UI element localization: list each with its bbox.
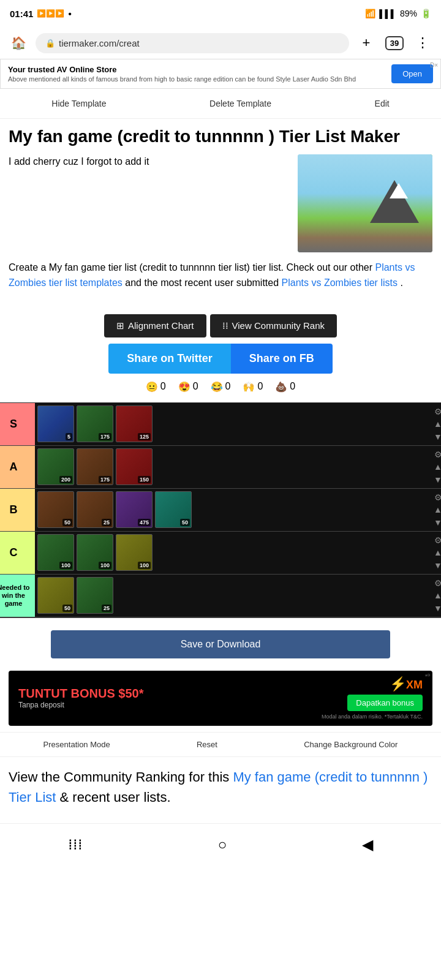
ad2-title: TUNTUT BONUS $50* — [18, 687, 144, 701]
tier-up-button[interactable]: ▲ — [434, 462, 441, 471]
tier-b-items: 50 25 475 50 — [35, 489, 427, 531]
tier-item[interactable]: 50 — [155, 491, 192, 528]
community-section: View the Community Ranking for this My f… — [0, 757, 441, 817]
tier-settings-button[interactable]: ⚙ — [434, 450, 442, 459]
hide-template-button[interactable]: Hide Template — [44, 95, 113, 112]
ad2-subtitle: Tanpa deposit — [18, 701, 144, 709]
tier-a-controls: ⚙ ▲ ▼ — [427, 446, 441, 488]
link-plants-zombies-lists[interactable]: Plants vs Zombies tier lists — [282, 277, 398, 288]
tier-up-button[interactable]: ▲ — [434, 591, 441, 600]
tier-item[interactable]: 100 — [77, 534, 113, 571]
tier-down-button[interactable]: ▼ — [434, 475, 441, 484]
tier-settings-button[interactable]: ⚙ — [434, 536, 442, 545]
tier-item[interactable]: 50 — [37, 577, 74, 614]
url-bar[interactable]: 🔒 tiermaker.com/creat — [36, 33, 349, 53]
tier-down-button[interactable]: ▼ — [434, 604, 441, 612]
reaction-laugh[interactable]: 😂 0 — [211, 381, 231, 393]
tier-settings-button[interactable]: ⚙ — [434, 407, 442, 416]
tier-item[interactable]: 25 — [77, 491, 113, 528]
template-actions: Hide Template Delete Template Edit — [0, 89, 441, 119]
ad-description: Above mentioned all kinds of famous bran… — [8, 75, 385, 83]
tier-item[interactable]: 175 — [77, 448, 113, 485]
nav-home-button[interactable]: ○ — [213, 831, 232, 858]
tier-label-s: S — [0, 403, 35, 445]
grid-icon: ⊞ — [116, 320, 124, 331]
save-section: Save or Download — [0, 618, 441, 671]
tier-item[interactable]: 50 — [37, 491, 74, 528]
tier-label-a: A — [0, 446, 35, 488]
nav-back-button[interactable]: ◀ — [357, 831, 378, 858]
tier-up-button[interactable]: ▲ — [434, 548, 441, 557]
lock-icon: 🔒 — [45, 39, 55, 48]
ad-open-button[interactable]: Open — [391, 64, 433, 83]
presentation-mode-button[interactable]: Presentation Mode — [43, 740, 110, 749]
action-buttons-section: ⊞ Alignment Chart ⁞⁞ View Community Rank… — [0, 314, 441, 393]
yt-icon: ▶️▶️▶️ — [37, 9, 64, 18]
nav-menu-button[interactable]: ⁞⁞⁞ — [63, 831, 88, 858]
reset-button[interactable]: Reset — [197, 740, 217, 749]
menu-button[interactable]: ⋮ — [412, 32, 434, 54]
tier-label-needed: Needed to win the game — [0, 575, 35, 617]
reaction-neutral[interactable]: 😐 0 — [146, 381, 166, 393]
share-buttons: Share on Twitter Share on FB — [0, 344, 441, 374]
change-background-color-button[interactable]: Change Background Color — [304, 740, 398, 749]
share-twitter-button[interactable]: Share on Twitter — [108, 344, 231, 374]
tabs-button[interactable]: 39 — [383, 32, 405, 54]
reactions-bar: 😐 0 😍 0 😂 0 🙌 0 💩 0 — [0, 381, 441, 393]
tier-label-c: C — [0, 532, 35, 574]
ad-title: Your trusted AV Online Store — [8, 65, 385, 74]
tier-item[interactable]: 100 — [116, 534, 153, 571]
ad2-logo: ⚡XM — [390, 676, 423, 692]
wifi-icon: 📶 — [365, 9, 375, 18]
tier-label-b: B — [0, 489, 35, 531]
tier-b-controls: ⚙ ▲ ▼ — [427, 489, 441, 531]
url-text: tiermaker.com/creat — [59, 38, 140, 48]
status-time-area: 01:41 ▶️▶️▶️ • — [10, 9, 72, 19]
edit-button[interactable]: Edit — [368, 95, 397, 112]
home-nav-button[interactable]: 🏠 — [7, 32, 29, 54]
dots-icon: ⁞⁞ — [222, 320, 228, 331]
tier-item[interactable]: 475 — [116, 491, 153, 528]
ad2-cta-button[interactable]: Dapatkan bonus — [347, 695, 423, 711]
ad-banner-2: TUNTUT BONUS $50* Tanpa deposit ⚡XM Dapa… — [9, 671, 432, 726]
tier-list: S 5 175 125 ⚙ ▲ ▼ A 200 — [0, 402, 441, 618]
reaction-love[interactable]: 😍 0 — [178, 381, 198, 393]
ad2-disclaimer: Modal anda dalam risiko. *Tertakluk T&C. — [322, 714, 423, 720]
tier-row-needed: Needed to win the game 50 25 ⚙ ▲ ▼ — [0, 575, 441, 617]
tier-item[interactable]: 200 — [37, 448, 74, 485]
tier-item[interactable]: 125 — [116, 405, 153, 442]
tier-s-controls: ⚙ ▲ ▼ — [427, 403, 441, 445]
tier-down-button[interactable]: ▼ — [434, 561, 441, 570]
new-tab-button[interactable]: + — [355, 32, 377, 54]
tier-down-button[interactable]: ▼ — [434, 432, 441, 441]
tier-settings-button[interactable]: ⚙ — [434, 579, 442, 587]
address-bar: 🏠 🔒 tiermaker.com/creat + 39 ⋮ — [0, 27, 441, 59]
reaction-clap[interactable]: 🙌 0 — [243, 381, 263, 393]
tier-c-controls: ⚙ ▲ ▼ — [427, 532, 441, 574]
status-indicators: 📶 ▌▌▌ 89% 🔋 — [365, 9, 431, 18]
ad2-right: ⚡XM Dapatkan bonus Modal anda dalam risi… — [322, 676, 423, 720]
tier-row-c: C 100 100 100 ⚙ ▲ ▼ — [0, 532, 441, 575]
full-description: Create a My fan game tier list (credit t… — [9, 260, 432, 291]
chart-buttons: ⊞ Alignment Chart ⁞⁞ View Community Rank — [0, 314, 441, 337]
tier-item[interactable]: 100 — [37, 534, 74, 571]
tier-settings-button[interactable]: ⚙ — [434, 493, 442, 502]
tier-down-button[interactable]: ▼ — [434, 518, 441, 527]
alignment-chart-button[interactable]: ⊞ Alignment Chart — [104, 314, 206, 337]
tier-item[interactable]: 25 — [77, 577, 113, 614]
short-description: I add cherry cuz I forgot to add it — [9, 154, 290, 252]
share-fb-button[interactable]: Share on FB — [231, 344, 333, 374]
tier-item[interactable]: 5 — [37, 405, 74, 442]
tier-up-button[interactable]: ▲ — [434, 505, 441, 514]
tier-item[interactable]: 175 — [77, 405, 113, 442]
tier-s-items: 5 175 125 — [35, 403, 427, 445]
save-download-button[interactable]: Save or Download — [51, 630, 390, 658]
delete-template-button[interactable]: Delete Template — [202, 95, 279, 112]
dot-icon: • — [68, 9, 71, 19]
reaction-poop[interactable]: 💩 0 — [275, 381, 295, 393]
tier-up-button[interactable]: ▲ — [434, 420, 441, 428]
signal-icon: ▌▌▌ — [379, 9, 396, 18]
view-community-rank-button[interactable]: ⁞⁞ View Community Rank — [210, 314, 337, 337]
bottom-actions: Presentation Mode Reset Change Backgroun… — [0, 732, 441, 757]
tier-item[interactable]: 150 — [116, 448, 153, 485]
